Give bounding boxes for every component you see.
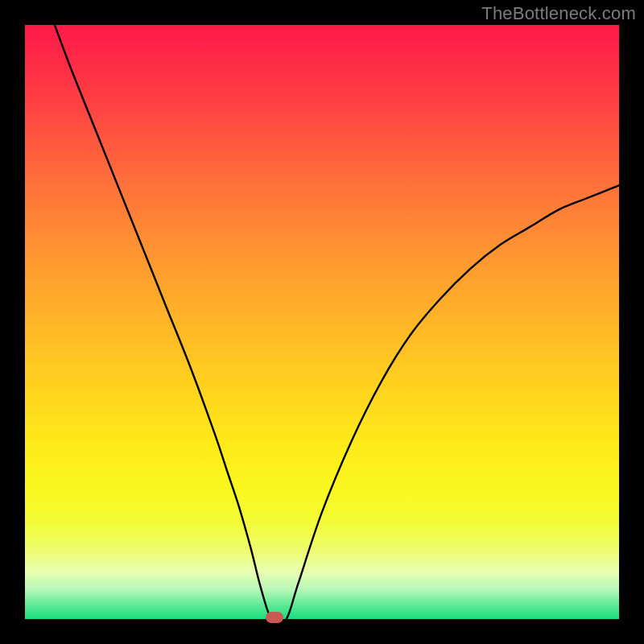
optimal-point-marker: [266, 612, 283, 623]
watermark-text: TheBottleneck.com: [481, 3, 636, 24]
chart-frame: TheBottleneck.com: [0, 0, 644, 644]
plot-area: [25, 25, 619, 619]
bottleneck-curve: [25, 25, 619, 619]
